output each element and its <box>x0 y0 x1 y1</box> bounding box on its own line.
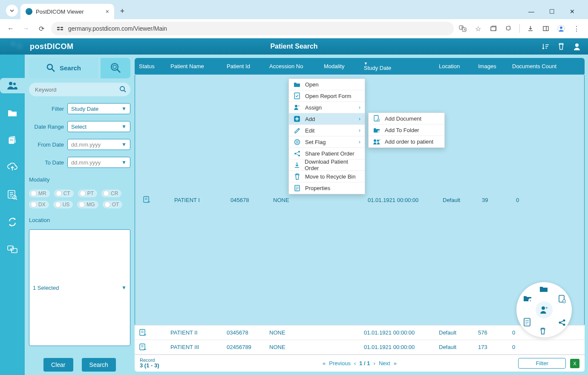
modality-chip[interactable]: CR <box>101 190 121 197</box>
radial-add-document-icon[interactable]: + <box>558 295 566 303</box>
table-row[interactable]: PATIENT II 0345678 NONE 01.01.1921 00:00… <box>135 326 585 340</box>
svg-rect-3 <box>61 29 63 30</box>
keyword-search-icon[interactable] <box>119 86 126 92</box>
location-select[interactable]: 1 Selected▼ <box>29 229 130 346</box>
modality-chip[interactable]: US <box>53 201 73 208</box>
rail-screens-icon[interactable] <box>5 242 20 257</box>
site-settings-icon[interactable] <box>56 25 64 32</box>
first-page-icon[interactable]: « <box>323 360 326 366</box>
close-window-button[interactable]: ✕ <box>566 8 578 15</box>
downloads-icon[interactable] <box>526 24 535 33</box>
ctx-recycle[interactable]: Move to Recycle Bin <box>289 171 365 182</box>
search-button[interactable]: Search <box>82 358 116 372</box>
tab-advanced-search[interactable] <box>101 58 130 78</box>
tab-search[interactable]: Search <box>29 58 98 78</box>
daterange-select[interactable]: Select▼ <box>67 121 130 132</box>
rail-folders-icon[interactable] <box>5 105 20 121</box>
ctx-download[interactable]: Download Patient Order <box>289 159 365 171</box>
filter-button[interactable]: Filter <box>518 358 566 369</box>
radial-folder-icon[interactable] <box>539 286 548 292</box>
filter-select[interactable]: Study Date▼ <box>67 103 130 114</box>
modality-chip[interactable]: MR <box>29 190 50 197</box>
radial-share-icon[interactable] <box>558 319 566 326</box>
ctx-add-document[interactable]: +Add Document <box>369 113 444 124</box>
back-button[interactable]: ← <box>5 23 16 34</box>
user-icon[interactable] <box>573 42 581 51</box>
th-patient-name[interactable]: Patient Name <box>166 63 222 69</box>
todate-input[interactable]: dd.mm.yyyy▼ <box>67 157 130 168</box>
ctx-set-flag[interactable]: Set Flag› <box>289 136 365 148</box>
next-page-icon[interactable]: › <box>374 360 375 366</box>
th-accession[interactable]: Accession No <box>265 63 320 69</box>
app-logo-text: postDICOM <box>30 42 74 51</box>
bookmark-icon[interactable]: ☆ <box>473 24 483 33</box>
keyword-input[interactable] <box>29 83 130 96</box>
modality-chip[interactable]: PT <box>78 190 97 197</box>
previous-button[interactable]: Previous <box>329 360 351 366</box>
rail-sync-icon[interactable] <box>5 214 20 230</box>
minimize-button[interactable]: — <box>525 8 537 15</box>
prev-page-icon[interactable]: ‹ <box>354 360 356 366</box>
rail-worklist-icon[interactable] <box>5 187 20 202</box>
ctx-add[interactable]: Add› <box>289 113 365 125</box>
translate-icon[interactable]: 文A <box>458 24 467 33</box>
next-button[interactable]: Next <box>379 360 390 366</box>
th-images[interactable]: Images <box>474 63 508 69</box>
th-study-date[interactable]: ▼Study Date <box>360 61 435 71</box>
tab-search-button[interactable] <box>6 5 18 17</box>
svg-line-71 <box>296 152 298 153</box>
th-location[interactable]: Location <box>435 63 474 69</box>
export-excel-icon[interactable]: X <box>570 359 579 368</box>
ctx-properties[interactable]: Properties <box>289 182 365 194</box>
browser-tab[interactable]: PostDICOM Viewer × <box>20 4 114 19</box>
modality-chip[interactable]: MG <box>77 201 98 208</box>
reload-button[interactable]: ⟳ <box>36 23 47 34</box>
menu-icon[interactable]: ⋮ <box>572 24 581 33</box>
ctx-open-report[interactable]: Open Report Form <box>289 90 365 102</box>
modality-chip[interactable]: DX <box>29 201 49 208</box>
sort-icon[interactable] <box>541 42 550 51</box>
ctx-add-order[interactable]: +Add order to patient <box>369 136 444 147</box>
radial-add-folder-icon[interactable]: + <box>523 295 533 303</box>
fromdate-input[interactable]: dd.mm.yyyy▼ <box>67 139 130 150</box>
tab-overview-icon[interactable] <box>489 24 498 33</box>
extensions-icon[interactable] <box>504 24 513 33</box>
modality-chip[interactable]: CT <box>54 190 74 197</box>
trash-icon[interactable] <box>557 42 565 51</box>
modality-chip[interactable]: OT <box>103 201 123 208</box>
th-documents[interactable]: Documents Count <box>508 63 585 69</box>
th-modality[interactable]: Modality <box>320 63 360 69</box>
browser-toolbar: ← → ⟳ germany.postdicom.com/Viewer/Main … <box>0 19 588 38</box>
table-row[interactable]: PATIENT III 02456789 NONE 01.01.1921 00:… <box>135 340 585 355</box>
ctx-share[interactable]: Share Patient Order <box>289 148 365 159</box>
rail-upload-icon[interactable] <box>5 160 20 175</box>
sidepanel-icon[interactable] <box>541 24 551 33</box>
ctx-assign[interactable]: +Assign› <box>289 102 365 113</box>
svg-rect-8 <box>491 27 496 31</box>
th-status[interactable]: Status <box>135 63 166 69</box>
clear-button[interactable]: Clear <box>43 358 73 372</box>
url-text: germany.postdicom.com/Viewer/Main <box>68 25 167 32</box>
tab-close-icon[interactable]: × <box>106 8 109 15</box>
chevron-right-icon: › <box>359 139 360 145</box>
forward-button[interactable]: → <box>20 23 32 34</box>
radial-assign-icon[interactable]: + <box>536 301 553 318</box>
rail-studies-icon[interactable] <box>5 133 20 148</box>
ctx-open[interactable]: Open <box>289 79 365 90</box>
nav-rail <box>0 55 25 375</box>
address-bar[interactable]: germany.postdicom.com/Viewer/Main <box>51 22 454 35</box>
ctx-edit[interactable]: Edit› <box>289 125 365 136</box>
radial-menu[interactable]: + + + <box>516 282 572 338</box>
profile-icon[interactable] <box>556 24 566 33</box>
radial-report-icon[interactable] <box>523 318 531 326</box>
radial-trash-icon[interactable] <box>539 327 546 335</box>
th-patient-id[interactable]: Patient Id <box>222 63 265 69</box>
svg-point-58 <box>542 306 545 310</box>
ctx-add-folder[interactable]: +Add To Folder <box>369 124 444 136</box>
new-tab-button[interactable]: + <box>116 5 129 17</box>
rail-patients-icon[interactable] <box>0 78 25 93</box>
maximize-button[interactable]: ☐ <box>546 8 558 15</box>
last-page-icon[interactable]: » <box>394 360 397 366</box>
browser-tabstrip: PostDICOM Viewer × + — ☐ ✕ <box>0 0 588 19</box>
svg-rect-9 <box>543 26 548 31</box>
